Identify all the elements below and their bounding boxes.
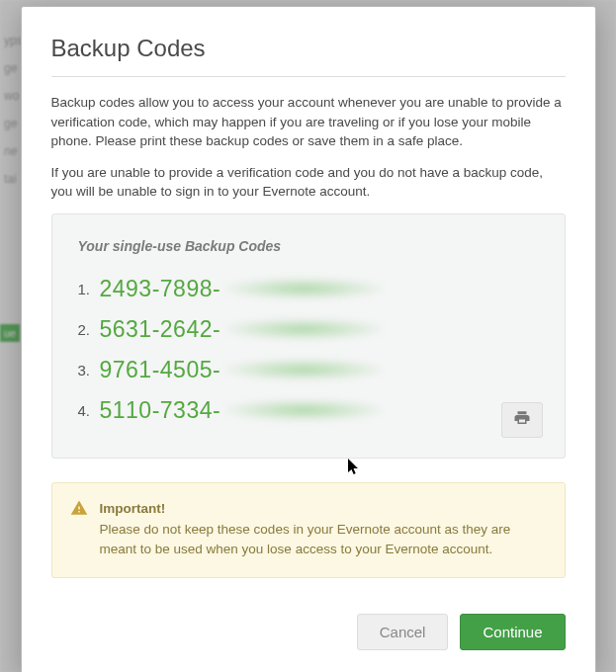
modal-footer: Cancel Continue <box>51 614 566 650</box>
code-row: 1. 2493-7898- <box>78 276 539 302</box>
code-value: 5110-7334- <box>100 397 221 424</box>
title-divider <box>51 76 566 77</box>
code-index: 1. <box>78 281 98 297</box>
backup-codes-modal: Backup Codes Backup codes allow you to a… <box>21 6 596 672</box>
code-index: 3. <box>78 362 98 378</box>
code-row: 2. 5631-2642- <box>78 316 539 343</box>
code-value: 5631-2642- <box>100 316 221 343</box>
alert-body: Important! Please do not keep these code… <box>100 499 547 559</box>
cancel-button[interactable]: Cancel <box>357 614 449 650</box>
printer-icon <box>512 409 532 430</box>
code-value: 2493-7898- <box>100 276 221 302</box>
backup-codes-panel: Your single-use Backup Codes 1. 2493-789… <box>51 213 566 459</box>
alert-text: Please do not keep these codes in your E… <box>100 520 547 558</box>
code-row: 4. 5110-7334- <box>78 397 539 424</box>
modal-title: Backup Codes <box>51 35 566 62</box>
code-redacted <box>224 399 383 421</box>
code-row: 3. 9761-4505- <box>78 357 539 383</box>
alert-title: Important! <box>100 499 547 519</box>
code-index: 2. <box>78 321 98 338</box>
code-index: 4. <box>78 402 98 419</box>
modal-overlay: Backup Codes Backup codes allow you to a… <box>0 0 616 672</box>
warning-icon <box>70 499 88 559</box>
codes-heading: Your single-use Backup Codes <box>78 238 539 254</box>
print-button[interactable] <box>501 402 543 438</box>
intro-paragraph-1: Backup codes allow you to access your ac… <box>51 93 566 151</box>
code-redacted <box>224 278 383 299</box>
codes-list: 1. 2493-7898- 2. 5631-2642- 3. 9761-4505… <box>78 276 539 424</box>
code-value: 9761-4505- <box>100 357 221 383</box>
continue-button[interactable]: Continue <box>460 614 565 650</box>
code-redacted <box>224 359 383 380</box>
intro-paragraph-2: If you are unable to provide a verificat… <box>51 163 566 202</box>
code-redacted <box>224 318 383 340</box>
important-alert: Important! Please do not keep these code… <box>51 482 566 578</box>
